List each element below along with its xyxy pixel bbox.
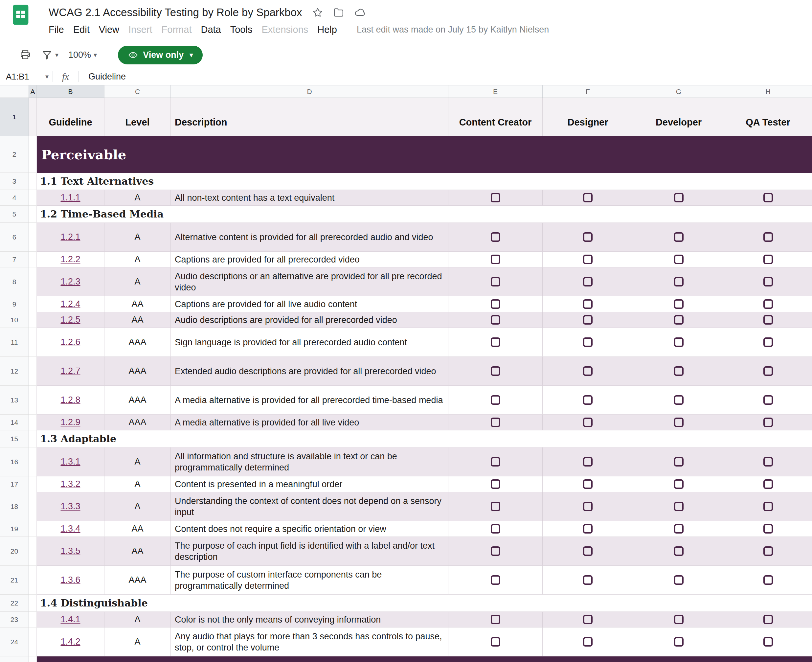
checkbox-cell-developer[interactable] [633, 476, 724, 492]
description-cell[interactable]: Captions are provided for all live audio… [171, 296, 448, 312]
guideline-cell[interactable]: 1.2.7 [37, 357, 104, 386]
level-cell[interactable]: AA [104, 296, 171, 312]
level-cell[interactable]: AA [104, 537, 171, 566]
header-cell-guideline[interactable]: Guideline [37, 98, 104, 136]
cell-a[interactable] [29, 566, 37, 595]
checkbox-cell-content-creator[interactable] [448, 628, 542, 656]
description-cell[interactable]: The purpose of each input field is ident… [171, 537, 448, 566]
guideline-cell[interactable]: 1.2.2 [37, 252, 104, 267]
checkbox-cell-developer[interactable] [633, 566, 724, 595]
checkbox-cell-content-creator[interactable] [448, 252, 542, 267]
guideline-link[interactable]: 1.2.4 [61, 299, 80, 309]
description-cell[interactable]: Content does not require a specific orie… [171, 521, 448, 537]
column-header-c[interactable]: C [104, 85, 171, 98]
row-number[interactable]: 18 [0, 492, 29, 521]
checkbox-cell-designer[interactable] [542, 447, 633, 476]
sheets-logo-icon[interactable] [10, 4, 32, 26]
row-number[interactable]: 22 [0, 595, 29, 612]
checkbox-cell-qa-tester[interactable] [724, 447, 812, 476]
checkbox-qa-tester[interactable] [763, 395, 773, 405]
checkbox-designer[interactable] [583, 395, 592, 405]
checkbox-cell-content-creator[interactable] [448, 357, 542, 386]
checkbox-cell-content-creator[interactable] [448, 296, 542, 312]
checkbox-qa-tester[interactable] [763, 457, 773, 466]
level-cell[interactable]: A [104, 447, 171, 476]
checkbox-designer[interactable] [583, 366, 592, 376]
checkbox-qa-tester[interactable] [763, 637, 773, 647]
checkbox-cell-qa-tester[interactable] [724, 415, 812, 431]
cell-a[interactable] [29, 252, 37, 267]
row-number[interactable]: 7 [0, 252, 29, 267]
column-header-h[interactable]: H [724, 85, 812, 98]
description-cell[interactable]: Any audio that plays for more than 3 sec… [171, 628, 448, 656]
cell-a[interactable] [29, 267, 37, 296]
level-cell[interactable]: A [104, 223, 171, 252]
checkbox-cell-content-creator[interactable] [448, 223, 542, 252]
guideline-cell[interactable]: 1.2.5 [37, 312, 104, 328]
checkbox-cell-designer[interactable] [542, 612, 633, 628]
guideline-link[interactable]: 1.3.1 [61, 457, 80, 467]
cell-a[interactable] [29, 312, 37, 328]
guideline-cell[interactable]: 1.3.5 [37, 537, 104, 566]
level-cell[interactable]: A [104, 252, 171, 267]
cell-a[interactable] [29, 595, 37, 612]
description-cell[interactable]: The purpose of custom interface componen… [171, 566, 448, 595]
level-cell[interactable]: A [104, 628, 171, 656]
checkbox-cell-qa-tester[interactable] [724, 223, 812, 252]
cell-a[interactable] [29, 296, 37, 312]
cell-a[interactable] [29, 447, 37, 476]
checkbox-cell-developer[interactable] [633, 223, 724, 252]
checkbox-cell-designer[interactable] [542, 267, 633, 296]
guideline-cell[interactable]: 1.3.1 [37, 447, 104, 476]
checkbox-cell-content-creator[interactable] [448, 537, 542, 566]
menu-data[interactable]: Data [196, 22, 225, 38]
star-icon[interactable] [312, 7, 323, 18]
column-header-d[interactable]: D [171, 85, 448, 98]
checkbox-developer[interactable] [674, 479, 684, 489]
checkbox-designer[interactable] [583, 232, 592, 242]
guideline-link[interactable]: 1.2.5 [61, 315, 80, 325]
checkbox-designer[interactable] [583, 615, 592, 624]
checkbox-content-creator[interactable] [491, 524, 500, 533]
checkbox-cell-developer[interactable] [633, 612, 724, 628]
checkbox-content-creator[interactable] [491, 615, 500, 624]
checkbox-cell-content-creator[interactable] [448, 312, 542, 328]
level-cell[interactable]: AA [104, 312, 171, 328]
cell-a[interactable] [29, 190, 37, 206]
checkbox-cell-developer[interactable] [633, 521, 724, 537]
header-cell-content-creator[interactable]: Content Creator [448, 98, 542, 136]
guideline-link[interactable]: 1.2.3 [61, 276, 80, 287]
section-heading-cell[interactable]: 1.4 Distinguishable [37, 595, 812, 612]
cell-a[interactable] [29, 431, 37, 447]
row-number[interactable]: 2 [0, 136, 29, 173]
column-header-f[interactable]: F [542, 85, 633, 98]
checkbox-qa-tester[interactable] [763, 575, 773, 585]
header-cell-qa-tester[interactable]: QA Tester [724, 98, 812, 136]
checkbox-content-creator[interactable] [491, 232, 500, 242]
row-number[interactable]: 10 [0, 312, 29, 328]
checkbox-qa-tester[interactable] [763, 255, 773, 264]
guideline-link[interactable]: 1.4.2 [61, 637, 80, 647]
guideline-cell[interactable]: 1.3.3 [37, 492, 104, 521]
checkbox-cell-qa-tester[interactable] [724, 328, 812, 357]
checkbox-cell-designer[interactable] [542, 312, 633, 328]
checkbox-cell-content-creator[interactable] [448, 566, 542, 595]
column-header-g[interactable]: G [633, 85, 724, 98]
cell-a[interactable] [29, 206, 37, 223]
guideline-cell[interactable]: 1.3.2 [37, 476, 104, 492]
checkbox-designer[interactable] [583, 255, 592, 264]
checkbox-qa-tester[interactable] [763, 277, 773, 286]
checkbox-qa-tester[interactable] [763, 524, 773, 533]
checkbox-cell-qa-tester[interactable] [724, 357, 812, 386]
zoom-selector[interactable]: 100% ▾ [68, 50, 97, 60]
guideline-link[interactable]: 1.3.3 [61, 501, 80, 511]
checkbox-cell-content-creator[interactable] [448, 190, 542, 206]
checkbox-cell-content-creator[interactable] [448, 267, 542, 296]
guideline-link[interactable]: 1.1.1 [61, 193, 80, 203]
row-number[interactable]: 8 [0, 267, 29, 296]
guideline-cell[interactable]: 1.2.3 [37, 267, 104, 296]
level-cell[interactable]: A [104, 267, 171, 296]
description-cell[interactable]: All information and structure is availab… [171, 447, 448, 476]
guideline-cell[interactable]: 1.4.2 [37, 628, 104, 656]
cell-a[interactable] [29, 136, 37, 173]
